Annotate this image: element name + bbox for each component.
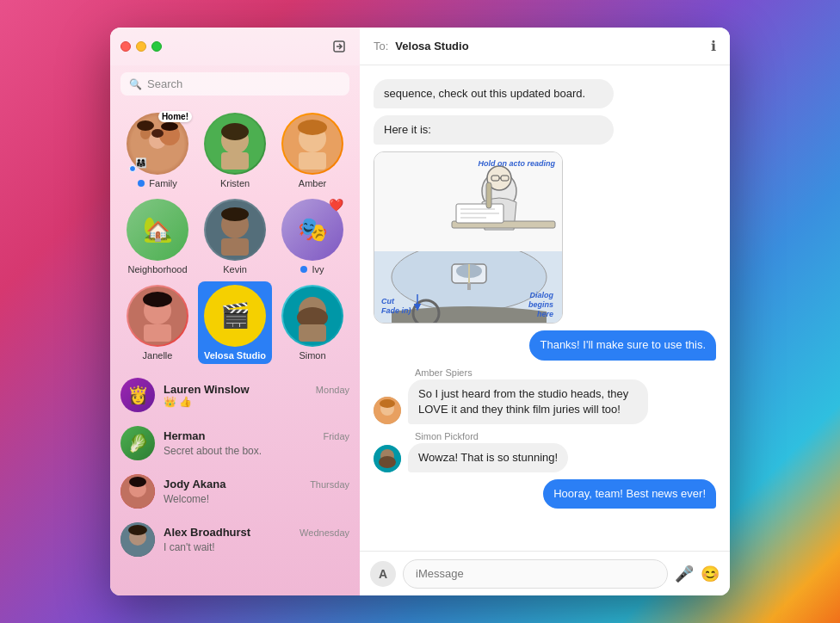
pinned-label-family: Family [149,178,176,188]
annotation-cut: CutFade in) [381,297,411,316]
avatar-simon-sm [374,445,401,472]
pinned-item-velosa[interactable]: 🎬 Velosa Studio [198,281,272,364]
pinned-label-simon: Simon [299,350,325,361]
conv-item-alex[interactable]: Alex Broadhurst Wednesday I can't wait! [110,515,360,564]
avatar-jody [120,474,155,509]
conv-preview-jody: Welcome! [164,493,209,505]
message-sequence: sequence, check out this updated board. [374,79,716,108]
svg-rect-20 [221,238,249,256]
pinned-label-neighborhood: Neighborhood [127,264,187,274]
pinned-item-family[interactable]: 👨‍👩‍👧 Home! Family [120,109,195,192]
avatar-alex [120,522,155,557]
sender-amber: Amber Spiers [415,367,716,378]
info-button[interactable]: ℹ [711,38,716,54]
maximize-button[interactable] [151,41,162,52]
conv-preview-alex: I can't wait! [164,541,215,553]
conv-name-herman: Herman [164,429,205,442]
compose-button[interactable] [329,36,349,57]
to-label: To: [374,40,388,52]
avatar-amber-sm [374,397,401,424]
avatar-neighborhood: 🏡 [127,199,188,261]
svg-point-15 [298,120,327,135]
pinned-label-ivy: Ivy [312,264,324,274]
app-store-button[interactable]: A [370,561,396,587]
conv-content-jody: Jody Akana Thursday Welcome! [164,478,349,506]
close-button[interactable] [120,41,131,52]
avatar-lauren: 👸 [120,378,155,412]
sender-simon: Simon Pickford [415,431,716,441]
message-hooray: Hooray, team! Best news ever! [543,479,716,509]
minimize-button[interactable] [136,41,146,52]
conv-preview-herman: Secret about the box. [164,445,262,457]
svg-point-23 [143,292,172,307]
search-icon: 🔍 [129,78,142,90]
pinned-item-janelle[interactable]: Janelle [120,281,195,364]
annotation-hold-on: Hold on acto reading [478,159,555,169]
svg-point-5 [137,120,154,131]
message-hooray-row: Hooray, team! Best news ever! [374,479,716,509]
avatar-amber [281,113,343,175]
pinned-label-amber: Amber [299,178,326,188]
audio-record-button[interactable]: 🎤 [675,564,694,583]
pinned-item-amber[interactable]: Amber [275,109,349,192]
svg-point-7 [151,129,164,138]
sidebar-titlebar [110,28,360,65]
home-badge: Home! [158,111,192,122]
svg-rect-46 [486,182,491,208]
conversation-list: 👸 Lauren Winslow Monday 👑 👍 🥬 Herman Fri… [110,371,360,595]
emoji-button[interactable]: 😊 [701,564,720,583]
conv-item-herman[interactable]: 🥬 Herman Friday Secret about the box. [110,419,360,467]
conv-item-jody[interactable]: Jody Akana Thursday Welcome! [110,467,360,515]
conv-content-alex: Alex Broadhurst Wednesday I can't wait! [164,526,349,554]
storyboard-top-panel: Hold on acto reading [374,152,562,251]
simon-message-group: Simon Pickford Wowza! That is so stunnin… [374,431,716,472]
pinned-item-ivy[interactable]: 🎭 ❤️ Ivy [275,195,349,278]
pinned-label-velosa: Velosa Studio [204,350,266,361]
conv-preview-lauren: 👑 👍 [164,396,349,408]
conv-time-jody: Thursday [310,479,349,490]
app-window: 🔍 Search [110,28,730,595]
avatar-simon [281,285,343,347]
message-thanks: Thanks! I'll make sure to use this. [529,330,716,360]
message-simon: Wowza! That is so stunning! [408,443,568,472]
avatar-kristen [204,113,266,175]
svg-point-6 [161,122,178,131]
storyboard-bottom-panel: CutFade in) Dialogbeginshere [374,251,562,324]
pinned-item-neighborhood[interactable]: 🏡 Neighborhood [120,195,195,278]
conv-name-jody: Jody Akana [164,478,226,490]
pinned-label-kevin: Kevin [223,264,247,274]
svg-rect-24 [144,324,171,342]
search-placeholder: Search [147,77,182,90]
svg-rect-50 [467,283,471,290]
chat-messages: sequence, check out this updated board. … [360,65,730,551]
amber-message-group: Amber Spiers So I just heard from the st… [374,367,716,424]
storyboard-image: Hold on acto reading [374,151,563,324]
svg-rect-16 [299,152,326,170]
avatar-kevin [204,199,266,261]
pinned-item-kristen[interactable]: Kristen [198,109,272,192]
svg-point-34 [128,525,147,535]
online-dot [129,165,136,172]
conv-time-herman: Friday [323,431,349,441]
pinned-item-simon[interactable]: Simon [275,281,349,364]
message-amber: So I just heard from the studio heads, t… [408,379,648,424]
pinned-item-kevin[interactable]: Kevin [198,195,272,278]
conv-item-lauren[interactable]: 👸 Lauren Winslow Monday 👑 👍 [110,371,360,419]
svg-rect-12 [221,152,249,170]
svg-text:👨‍👩‍👧: 👨‍👩‍👧 [135,157,147,169]
message-2: Here it is: [374,115,614,145]
conv-time-alex: Wednesday [300,527,349,538]
search-bar[interactable]: 🔍 Search [120,72,349,96]
pinned-contacts-grid: 👨‍👩‍👧 Home! Family [110,102,360,371]
avatar-herman: 🥬 [120,426,155,460]
svg-point-31 [129,477,146,487]
svg-point-11 [221,123,249,140]
svg-rect-28 [299,324,326,342]
avatar-janelle [127,285,188,347]
conv-time-lauren: Monday [316,385,349,395]
message-input[interactable] [403,559,668,589]
chat-titlebar: To: Velosa Studio ℹ [360,28,730,65]
message-thanks-row: Thanks! I'll make sure to use this. [374,330,716,360]
sidebar: 🔍 Search [110,28,360,595]
svg-point-56 [380,399,395,408]
